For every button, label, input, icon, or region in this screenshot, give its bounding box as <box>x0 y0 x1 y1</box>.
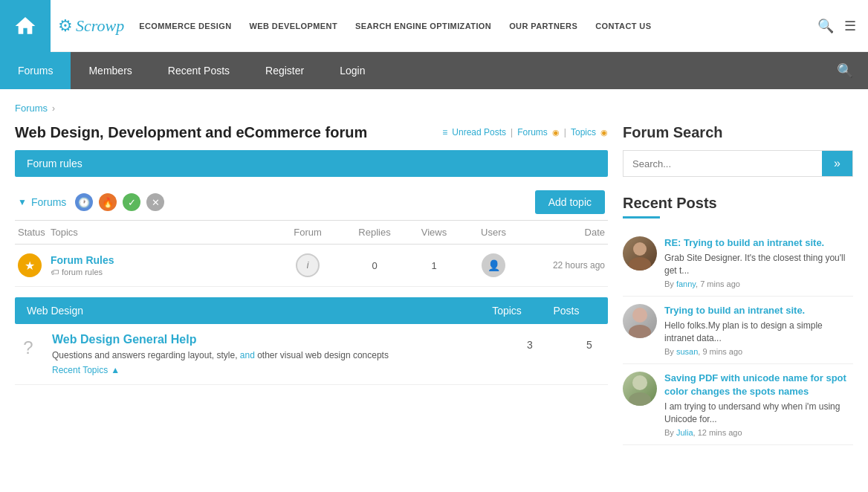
section-bar: Web Design Topics Posts <box>15 297 608 324</box>
svg-point-2 <box>632 308 647 323</box>
topic-title-link[interactable]: Forum Rules <box>51 254 271 266</box>
tab-recent-posts[interactable]: Recent Posts <box>150 52 247 89</box>
logo-text-area: ⚙ Scrowp <box>51 16 132 36</box>
top-menu-button[interactable]: ☰ <box>844 18 856 34</box>
section-title: Web Design <box>27 305 477 317</box>
search-submit-button[interactable]: » <box>822 151 852 176</box>
logo-area: ⚙ Scrowp <box>0 0 132 52</box>
left-column: Web Design, Development and eCommerce fo… <box>15 124 608 385</box>
category-desc: Questions and answers regarding layout, … <box>52 349 501 362</box>
logo-icon-wrap <box>0 0 51 52</box>
meta-sep-1: | <box>511 127 513 137</box>
svg-point-4 <box>632 375 647 390</box>
recent-post-title-1[interactable]: RE: Trying to build an intranet site. <box>664 236 853 250</box>
recent-post-avatar-2 <box>623 304 657 338</box>
and-link[interactable]: and <box>240 350 255 360</box>
chevron-down-icon: ▼ <box>18 197 27 207</box>
recent-post-content-2: Trying to build an intranet site. Hello … <box>664 304 853 356</box>
recent-post-author-3[interactable]: Julia <box>676 428 693 437</box>
stack-icon: ≡ <box>442 127 447 137</box>
tag-text: forum rules <box>62 268 103 276</box>
forums-subbar: ▼ Forums 🕐 🔥 ✓ ✕ Add topic <box>15 184 608 221</box>
recent-post-meta-3: By Julia, 12 mins ago <box>664 428 853 437</box>
recent-post-time-2: 9 mins ago <box>702 347 742 356</box>
recent-post-avatar-3 <box>623 372 657 406</box>
tab-forums[interactable]: Forums <box>0 52 71 89</box>
clock-icon[interactable]: 🕐 <box>75 193 93 211</box>
x-icon[interactable]: ✕ <box>146 193 164 211</box>
nav-seo[interactable]: SEARCH ENGINE OPTIMIZATION <box>355 22 491 30</box>
search-input[interactable] <box>624 151 822 176</box>
category-row: ? Web Design General Help Questions and … <box>15 324 608 385</box>
forums-subbar-label: Forums <box>31 196 66 208</box>
home-icon <box>13 14 37 38</box>
category-recent-topics[interactable]: Recent Topics ▲ <box>52 365 501 375</box>
tab-members[interactable]: Members <box>71 52 149 89</box>
category-icon: ? <box>15 334 42 361</box>
category-content: Web Design General Help Questions and an… <box>52 333 501 375</box>
main-nav-links: ECOMMERCE DESIGN WEB DEVELOPMENT SEARCH … <box>139 22 817 30</box>
check-icon[interactable]: ✓ <box>123 193 140 211</box>
forums-link[interactable]: Forums <box>517 127 548 137</box>
recent-post-title-3[interactable]: Saving PDF with unicode name for spot co… <box>664 372 853 398</box>
recent-post-item: RE: Trying to build an intranet site. Gr… <box>623 229 853 297</box>
nav-contact-us[interactable]: CONTACT US <box>595 22 651 30</box>
svg-point-5 <box>629 392 651 406</box>
right-column: Forum Search » Recent Posts RE: Trying t… <box>623 124 853 445</box>
page-header: Web Design, Development and eCommerce fo… <box>15 124 608 141</box>
recent-post-excerpt-1: Grab Site Designer. It's the closest thi… <box>664 252 853 277</box>
logo-text: Scrowp <box>76 16 124 36</box>
col-replies: Replies <box>345 227 404 238</box>
col-forum: Forum <box>271 227 345 238</box>
topic-replies: 0 <box>345 260 404 271</box>
breadcrumb: Forums › <box>15 97 853 120</box>
tab-login[interactable]: Login <box>322 52 383 89</box>
nav-web-development[interactable]: WEB DEVELOPMENT <box>250 22 337 30</box>
topics-link[interactable]: Topics <box>571 127 596 137</box>
user-avatar: 👤 <box>482 253 505 277</box>
unread-posts-link[interactable]: Unread Posts <box>452 127 506 137</box>
avatar-image-3 <box>623 372 657 406</box>
nav-our-partners[interactable]: OUR PARTNERS <box>509 22 577 30</box>
recent-post-meta-2: By susan, 9 mins ago <box>664 347 853 356</box>
top-search-button[interactable]: 🔍 <box>817 18 834 34</box>
breadcrumb-forums-link[interactable]: Forums <box>15 103 48 114</box>
topic-status-icon: ★ <box>18 253 42 277</box>
recent-post-item-2: Trying to build an intranet site. Hello … <box>623 297 853 364</box>
flame-icon[interactable]: 🔥 <box>99 193 117 211</box>
breadcrumb-separator: › <box>52 103 55 114</box>
col-date: Date <box>523 227 605 238</box>
col-users: Users <box>464 227 523 238</box>
add-topic-button[interactable]: Add topic <box>535 190 605 214</box>
page-title: Web Design, Development and eCommerce fo… <box>15 124 442 141</box>
recent-post-meta-1: By fanny, 7 mins ago <box>664 279 853 288</box>
table-row: ★ Forum Rules 🏷 forum rules i 0 1 👤 22 h… <box>15 245 608 287</box>
recent-post-item-3: Saving PDF with unicode name for spot co… <box>623 364 853 445</box>
category-title-link[interactable]: Web Design General Help <box>52 333 501 346</box>
section-topics-col: Topics <box>477 305 537 317</box>
topic-views: 1 <box>404 260 464 271</box>
nav-icons-area: 🔍 ☰ <box>817 18 868 34</box>
recent-post-content-3: Saving PDF with unicode name for spot co… <box>664 372 853 437</box>
forum-avatar: i <box>296 253 320 277</box>
recent-post-title-2[interactable]: Trying to build an intranet site. <box>664 304 853 317</box>
subbar-icons: 🕐 🔥 ✓ ✕ <box>75 193 164 211</box>
svg-point-1 <box>629 257 651 271</box>
col-status: Status <box>18 227 51 238</box>
recent-post-author-2[interactable]: susan <box>676 347 698 356</box>
recent-topics-label: Recent Topics <box>52 365 108 375</box>
topic-forum-cell: i <box>271 253 345 277</box>
topic-users-cell: 👤 <box>464 253 523 277</box>
col-topics: Topics <box>51 227 271 238</box>
category-topics-num: 3 <box>519 339 541 351</box>
tab-register[interactable]: Register <box>247 52 322 89</box>
tag-icon: 🏷 <box>51 268 59 276</box>
forum-nav-search-button[interactable]: 🔍 <box>822 62 868 79</box>
nav-ecommerce-design[interactable]: ECOMMERCE DESIGN <box>139 22 231 30</box>
recent-post-author-1[interactable]: fanny <box>676 279 696 288</box>
forums-collapse[interactable]: ▼ Forums <box>18 196 66 208</box>
section-posts-col: Posts <box>537 305 596 317</box>
forum-nav: Forums Members Recent Posts Register Log… <box>0 52 868 89</box>
table-header: Status Topics Forum Replies Views Users … <box>15 221 608 245</box>
forum-rules-label: Forum rules <box>27 158 82 169</box>
